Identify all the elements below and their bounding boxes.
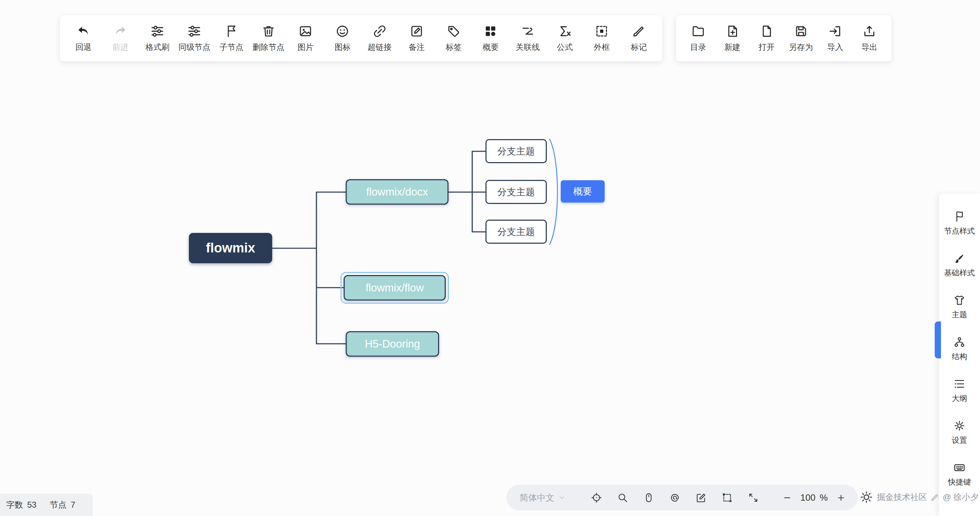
outer-frame-button[interactable]: 外框: [584, 24, 620, 53]
open-file-button[interactable]: 打开: [749, 24, 784, 53]
child-node-text: flowmix/flow: [366, 282, 424, 294]
mark-button[interactable]: 标记: [620, 24, 657, 53]
tag-button[interactable]: 标签: [435, 24, 472, 53]
canvas-toolbar: 简体中文 − 100 % +: [506, 485, 858, 510]
brightness-button[interactable]: [859, 490, 876, 507]
undo-button[interactable]: 回退: [65, 24, 102, 53]
sidebar-item-label: 大纲: [952, 393, 967, 404]
image-button[interactable]: 图片: [287, 24, 324, 53]
summary-node[interactable]: 概要: [561, 180, 605, 202]
new-file-button[interactable]: 新建: [715, 24, 749, 53]
redo-button[interactable]: 前进: [102, 24, 139, 53]
mouse-mode-button[interactable]: [643, 492, 654, 503]
fullscreen-button[interactable]: [748, 492, 759, 503]
summary-brace: [550, 139, 558, 244]
child-node-flag-icon: [224, 24, 239, 38]
format-painter-label: 格式刷: [145, 42, 169, 53]
sidebar-item-label: 结构: [952, 352, 967, 362]
grid-icon: [484, 24, 498, 38]
search-button[interactable]: [617, 492, 628, 503]
expand-icon: [748, 492, 759, 503]
locate-button[interactable]: [591, 492, 602, 503]
language-selector[interactable]: 简体中文: [520, 492, 566, 503]
export-label: 导出: [862, 42, 878, 53]
summary-label: 概要: [483, 42, 499, 53]
sidebar-item-label: 主题: [952, 310, 967, 320]
node-count-label: 节点: [50, 499, 67, 510]
watermark-author-text: @ 徐小夕: [943, 492, 978, 503]
zoom-in-button[interactable]: +: [837, 492, 845, 503]
formula-sigma-icon: [558, 24, 572, 38]
directory-label: 目录: [690, 42, 706, 53]
child-node-button[interactable]: 子节点: [213, 24, 250, 53]
delete-node-button[interactable]: 删除节点: [250, 24, 287, 53]
relation-line-label: 关联线: [516, 42, 540, 53]
note-button[interactable]: 备注: [398, 24, 435, 53]
note-icon: [409, 24, 424, 38]
select-mode-button[interactable]: [721, 492, 733, 503]
sibling-node-button[interactable]: 同级节点: [176, 24, 213, 53]
sidebar-item-basic-style[interactable]: 基础样式: [939, 244, 980, 286]
zoom-controls: − 100 % +: [784, 492, 845, 503]
marker-pen-icon: [632, 24, 646, 38]
branch-node[interactable]: 分支主题: [485, 180, 547, 204]
search-icon: [617, 492, 628, 503]
dashed-frame-icon: [595, 24, 609, 38]
pen-icon: [930, 493, 940, 502]
format-painter-button[interactable]: 格式刷: [139, 24, 176, 53]
sidebar-item-structure[interactable]: 结构: [939, 328, 980, 369]
sidebar-item-shortcuts[interactable]: 快捷键: [939, 453, 980, 495]
child-node-text: H5-Dooring: [365, 338, 420, 350]
save-as-button[interactable]: 另存为: [784, 24, 818, 53]
summary-button[interactable]: 概要: [472, 24, 509, 53]
import-label: 导入: [827, 42, 843, 53]
sidebar-item-settings[interactable]: 设置: [939, 411, 980, 453]
child-node-flow-selected[interactable]: flowmix/flow: [344, 275, 446, 301]
edit-mode-button[interactable]: [695, 492, 707, 503]
delete-node-label: 删除节点: [252, 42, 285, 53]
sidebar-item-outline[interactable]: 大纲: [939, 369, 980, 411]
keyboard-icon: [953, 461, 966, 474]
icon-button[interactable]: 图标: [324, 24, 361, 53]
mention-button[interactable]: [669, 492, 681, 503]
undo-label: 回退: [75, 42, 91, 53]
sibling-node-label: 同级节点: [178, 42, 210, 53]
child-node-h5-dooring[interactable]: H5-Dooring: [346, 331, 439, 357]
zoom-value: 100: [800, 492, 816, 503]
mindmap-links: [0, 0, 980, 516]
relation-line-button[interactable]: 关联线: [509, 24, 546, 53]
sidebar-item-node-style[interactable]: 节点样式: [939, 202, 980, 244]
import-icon: [828, 24, 842, 38]
directory-button[interactable]: 目录: [681, 24, 715, 53]
crosshair-icon: [591, 492, 602, 503]
active-panel-indicator[interactable]: [935, 322, 941, 358]
folder-icon: [691, 24, 705, 38]
edit-square-icon: [695, 492, 707, 503]
zoom-out-button[interactable]: −: [784, 492, 791, 503]
canvas-tools: [591, 492, 759, 503]
select-box-icon: [721, 492, 733, 503]
node-count-value: 7: [71, 500, 75, 510]
hyperlink-label: 超链接: [368, 42, 392, 53]
mouse-icon: [643, 492, 654, 503]
redo-label: 前进: [112, 42, 128, 53]
sidebar-item-theme[interactable]: 主题: [939, 286, 980, 328]
root-node[interactable]: flowmix: [189, 233, 272, 263]
branch-node[interactable]: 分支主题: [485, 220, 547, 244]
hyperlink-button[interactable]: 超链接: [361, 24, 398, 53]
import-button[interactable]: 导入: [818, 24, 852, 53]
export-button[interactable]: 导出: [853, 24, 886, 53]
pennant-icon: [953, 210, 966, 223]
file-toolbar: 目录 新建 打开 另存为 导入 导出: [676, 15, 891, 61]
tag-label: 标签: [446, 42, 462, 53]
summary-node-text: 概要: [573, 185, 592, 197]
branch-node[interactable]: 分支主题: [485, 139, 547, 163]
open-file-label: 打开: [759, 42, 775, 53]
mark-label: 标记: [631, 42, 647, 53]
child-node-docx[interactable]: flowmix/docx: [346, 179, 449, 205]
at-icon: [669, 492, 681, 503]
sidebar-item-label: 快捷键: [948, 477, 971, 487]
watermark: 掘金技术社区 @ 徐小夕: [877, 492, 978, 503]
formula-button[interactable]: 公式: [546, 24, 583, 53]
outer-frame-label: 外框: [594, 42, 610, 53]
